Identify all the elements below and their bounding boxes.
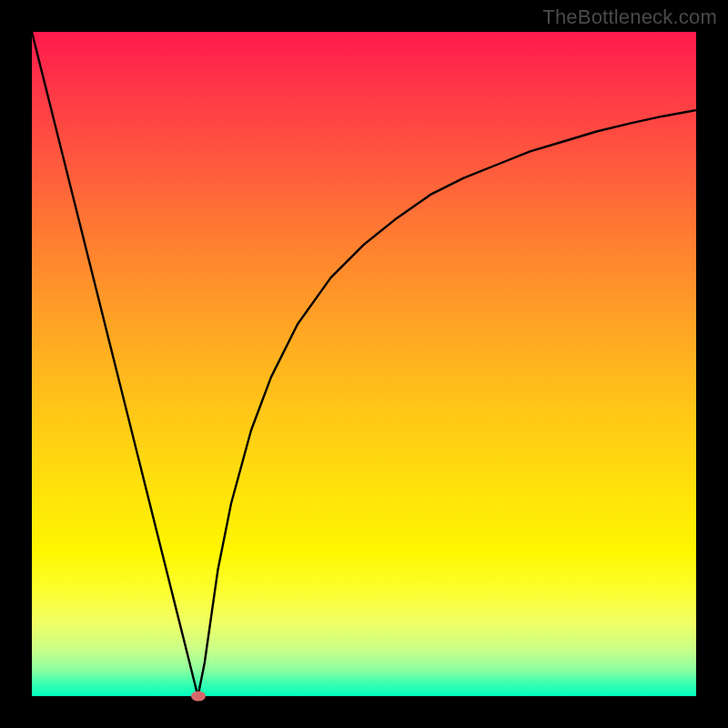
bottleneck-curve — [32, 32, 696, 696]
plot-area — [32, 32, 696, 696]
watermark-text: TheBottleneck.com — [542, 5, 717, 29]
minimum-marker — [191, 692, 206, 702]
chart-frame: TheBottleneck.com — [0, 0, 728, 728]
curve-svg — [32, 32, 696, 696]
